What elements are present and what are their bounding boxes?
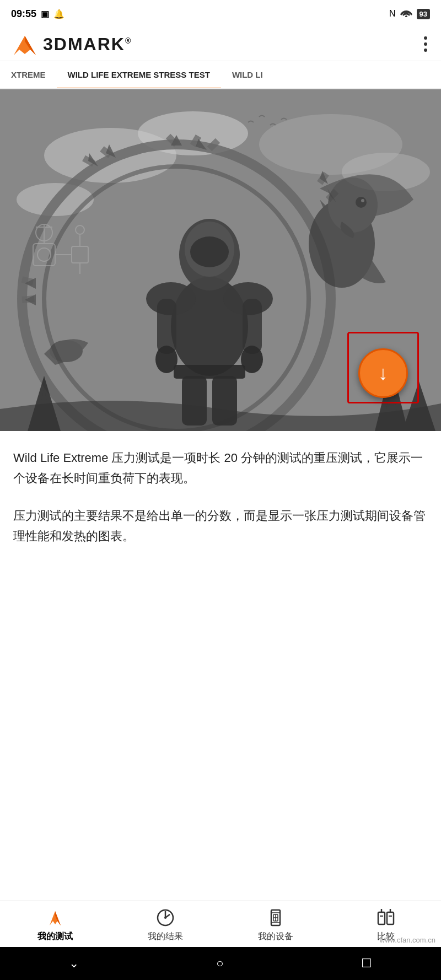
svg-point-52 (328, 177, 378, 233)
bottom-navigation: 我的测试 我的结果 我的设备 (0, 901, 441, 947)
content-section: Wild Life Extreme 压力测试是一项时长 20 分钟的测试的重压测… (0, 431, 441, 580)
nav-item-my-tests[interactable]: 我的测试 (0, 908, 110, 943)
app-header: 3DMARK® (0, 28, 441, 61)
svg-point-41 (190, 236, 229, 267)
svg-point-66 (164, 917, 166, 919)
tab-wild-stress[interactable]: WILD LIFE EXTREME STRESS TEST (57, 61, 221, 88)
download-icon: ↓ (378, 362, 388, 385)
tab-bar: XTREME WILD LIFE EXTREME STRESS TEST WIL… (0, 61, 441, 89)
recent-apps-button[interactable]: ☐ (350, 951, 383, 976)
my-results-label: 我的结果 (148, 931, 183, 943)
svg-point-60 (50, 340, 83, 362)
nav-item-my-device[interactable]: 我的设备 (220, 908, 331, 943)
logo-arrow-icon (11, 33, 39, 55)
watermark: www.cfan.com.cn (380, 936, 435, 944)
svg-point-53 (356, 197, 367, 208)
tab-extreme[interactable]: XTREME (0, 61, 57, 88)
my-device-icon (266, 908, 286, 928)
svg-rect-45 (157, 299, 176, 354)
logo-container: 3DMARK® (11, 33, 132, 55)
svg-point-0 (405, 15, 407, 17)
home-button[interactable]: ○ (205, 951, 234, 976)
svg-point-54 (361, 199, 364, 202)
more-options-button[interactable] (421, 34, 430, 55)
svg-rect-44 (243, 299, 262, 354)
my-results-icon (155, 908, 175, 928)
svg-rect-48 (174, 365, 245, 379)
my-tests-icon (45, 908, 65, 928)
nfc-icon: N (389, 9, 396, 19)
back-button[interactable]: ⌄ (58, 951, 90, 976)
download-button[interactable]: ↓ (358, 348, 408, 398)
tab-wild-li[interactable]: WILD LI (221, 61, 274, 88)
screenshot-icon: ▣ (41, 9, 49, 19)
logo-text: 3DMARK® (43, 34, 132, 55)
system-nav-bar: ⌄ ○ ☐ (0, 947, 441, 980)
status-bar: 09:55 ▣ 🔔 N 93 (0, 0, 441, 28)
status-right: N 93 (389, 8, 430, 19)
my-device-label: 我的设备 (258, 931, 293, 943)
svg-rect-73 (378, 912, 385, 924)
status-left: 09:55 ▣ 🔔 (11, 8, 64, 20)
my-tests-label: 我的测试 (37, 931, 73, 943)
compare-icon (376, 908, 396, 928)
battery-display: 93 (417, 9, 430, 19)
svg-rect-74 (387, 912, 394, 924)
notification-icon: 🔔 (53, 9, 64, 19)
wifi-icon (400, 8, 412, 19)
nav-item-my-results[interactable]: 我的结果 (110, 908, 220, 943)
description-paragraph-2: 压力测试的主要结果不是给出单一的分数，而是显示一张压力测试期间设备管理性能和发热… (13, 505, 428, 547)
hero-image-container: ↓ (0, 89, 441, 431)
time-display: 09:55 (11, 8, 36, 20)
description-paragraph-1: Wild Life Extreme 压力测试是一项时长 20 分钟的测试的重压测… (13, 448, 428, 489)
